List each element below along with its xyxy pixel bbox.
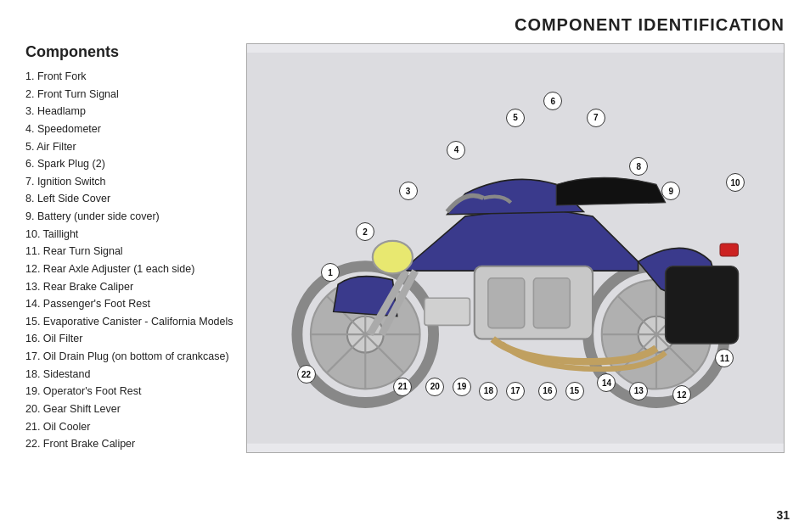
list-item: 12. Rear Axle Adjuster (1 each side) (25, 260, 229, 278)
page-number: 31 (776, 508, 790, 522)
svg-rect-23 (425, 298, 470, 325)
list-item: 22. Front Brake Caliper (25, 435, 229, 453)
list-item: 20. Gear Shift Lever (25, 400, 229, 418)
list-item: 21. Oil Cooler (25, 418, 229, 436)
list-item: 8. Left Side Cover (25, 190, 229, 208)
list-item: 19. Operator's Foot Rest (25, 383, 229, 400)
list-item: 11. Rear Turn Signal (25, 243, 229, 260)
list-item: 18. Sidestand (25, 366, 229, 384)
svg-rect-22 (720, 244, 738, 256)
svg-rect-19 (533, 278, 570, 328)
list-item: 4. Speedometer (25, 120, 229, 138)
section-title: Components (25, 43, 229, 61)
list-item: 14. Passenger's Foot Rest (25, 295, 229, 313)
list-item: 13. Rear Brake Caliper (25, 278, 229, 296)
list-item: 17. Oil Drain Plug (on bottom of crankca… (25, 348, 229, 366)
list-item: 7. Ignition Switch (25, 173, 229, 191)
page-title: COMPONENT IDENTIFICATION (515, 15, 785, 34)
list-item: 16. Oil Filter (25, 330, 229, 348)
list-item: 6. Spark Plug (2) (25, 155, 229, 173)
list-item: 2. Front Turn Signal (25, 86, 229, 104)
list-item: 5. Air Filter (25, 138, 229, 156)
list-item: 1. Front Fork (25, 68, 229, 86)
list-item: 15. Evaporative Canister - California Mo… (25, 313, 229, 331)
page-header: COMPONENT IDENTIFICATION (0, 0, 810, 35)
left-panel: Components 1. Front Fork2. Front Turn Si… (25, 43, 229, 453)
svg-point-21 (373, 241, 413, 274)
motorcycle-diagram (247, 44, 784, 452)
diagram-panel: 12345678910111213141516171819202122 (246, 43, 785, 453)
list-item: 9. Battery (under side cover) (25, 208, 229, 226)
svg-rect-18 (488, 278, 525, 328)
svg-rect-20 (666, 266, 739, 344)
list-item: 10. Taillight (25, 226, 229, 244)
list-item: 3. Headlamp (25, 103, 229, 120)
components-list: 1. Front Fork2. Front Turn Signal3. Head… (25, 68, 229, 453)
